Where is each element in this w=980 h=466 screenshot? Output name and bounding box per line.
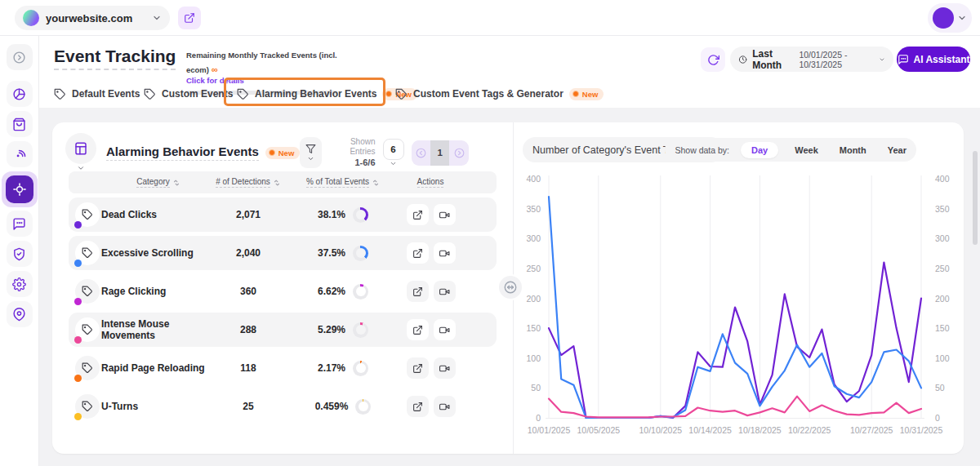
ai-assistant-label: AI Assistant	[914, 54, 970, 65]
sidebar-item-commerce[interactable]	[7, 111, 33, 137]
tab-label: Custom Events	[162, 88, 233, 100]
table-row[interactable]: Dead Clicks 2,071 38.1%	[69, 197, 497, 232]
tab-custom-events[interactable]: Custom Events	[144, 81, 233, 107]
granularity-month[interactable]: Month	[835, 142, 871, 158]
column-category[interactable]: Category	[101, 177, 216, 188]
sort-icon	[273, 179, 281, 187]
watch-recordings-button[interactable]	[434, 396, 456, 417]
watch-recordings-button[interactable]	[434, 319, 456, 340]
open-detections-button[interactable]	[407, 319, 429, 340]
table-header: Alarming Behavior Events New Shown Entri…	[65, 132, 500, 173]
tag-icon	[54, 88, 66, 100]
avatar	[933, 7, 954, 29]
tab-custom-event-tags-generator[interactable]: Custom Event Tags & Generator New	[395, 81, 604, 107]
sidebar-item-feedback[interactable]	[7, 211, 33, 237]
granularity-day[interactable]: Day	[741, 142, 778, 158]
x-tick: 10/14/2025	[688, 425, 732, 435]
chat-icon	[898, 54, 909, 65]
sidebar-item-analytics[interactable]	[7, 81, 33, 107]
detections-count: 118	[216, 362, 281, 374]
tag-icon	[395, 88, 408, 100]
external-link-icon	[412, 325, 423, 335]
infinity-icon: ∞	[212, 64, 218, 74]
category-name: Rapid Page Reloading	[101, 362, 216, 374]
category-color-dot	[74, 336, 82, 344]
watch-recordings-button[interactable]	[434, 204, 456, 225]
line-chart: 0050501001001501502002002502503003003503…	[513, 167, 964, 445]
category-name: U-Turns	[101, 401, 216, 412]
account-menu[interactable]	[928, 3, 972, 33]
percent-donut	[353, 246, 368, 261]
column-actions: Actions	[405, 177, 456, 188]
percent-donut	[355, 399, 371, 415]
next-page-button[interactable]	[449, 140, 469, 166]
table-row[interactable]: Rage Clicking 360 6.62%	[69, 274, 497, 308]
show-data-by-label: Show data by:	[675, 145, 729, 155]
x-tick: 10/10/2025	[639, 425, 683, 435]
open-detections-button[interactable]	[407, 357, 429, 379]
tab-default-events[interactable]: Default Events	[54, 81, 140, 107]
video-icon	[439, 325, 450, 335]
sidebar-item-panel-toggle[interactable]	[7, 44, 33, 70]
column-detections[interactable]: # of Detections	[216, 177, 281, 188]
column-percent[interactable]: % of Total Events	[281, 177, 405, 188]
refresh-button[interactable]	[701, 47, 725, 72]
alarming-events-table-panel: Alarming Behavior Events New Shown Entri…	[52, 122, 513, 454]
table-column-headers: Category # of Detections % of Total Even…	[69, 171, 497, 193]
shown-entries-label: Shown Entries	[329, 137, 376, 158]
sidebar-item-visitors[interactable]	[7, 301, 33, 327]
category-color-dot	[74, 298, 82, 305]
prev-page-button[interactable]	[412, 140, 431, 166]
video-icon	[439, 248, 450, 259]
open-detections-button[interactable]	[407, 281, 429, 302]
percent-donut	[353, 322, 368, 338]
page-size-select[interactable]: 6	[383, 139, 404, 167]
category-name: Rage Clicking	[101, 286, 216, 297]
current-page[interactable]: 1	[430, 140, 449, 166]
table-view-selector[interactable]	[65, 133, 96, 172]
sidebar-item-signals[interactable]	[7, 141, 33, 167]
filter-button[interactable]	[300, 137, 321, 168]
granularity-year[interactable]: Year	[883, 142, 911, 158]
watch-recordings-button[interactable]	[434, 242, 456, 264]
y-tick-left: 150	[526, 323, 541, 333]
video-icon	[439, 363, 450, 374]
watch-recordings-button[interactable]	[434, 281, 456, 302]
open-detections-button[interactable]	[407, 396, 429, 417]
y-tick-left: 300	[526, 233, 541, 243]
y-tick-right: 300	[935, 233, 950, 243]
open-detections-button[interactable]	[407, 242, 429, 264]
open-detections-button[interactable]	[407, 204, 429, 225]
badge-dot-icon	[269, 149, 275, 156]
date-range-picker[interactable]: Last Month 10/01/2025 - 10/31/2025	[730, 47, 893, 72]
location-icon	[12, 308, 26, 322]
sidebar-item-privacy[interactable]	[7, 241, 33, 267]
open-site-button[interactable]	[178, 7, 201, 29]
y-tick-left: 100	[526, 353, 541, 363]
table-row[interactable]: Excessive Scrolling 2,040 37.5%	[69, 236, 497, 270]
chart-line-intense-mouse-movements	[549, 397, 921, 418]
table-row[interactable]: Intense Mouse Movements 288 5.29%	[69, 313, 497, 347]
video-icon	[439, 402, 450, 412]
panel-resize-button[interactable]	[497, 274, 523, 300]
top-bar: yourwebsite.com	[0, 0, 980, 36]
tab-alarming-behavior-events[interactable]: Alarming Behavior Events New	[237, 81, 417, 107]
tab-label: Default Events	[72, 88, 140, 100]
sort-icon	[372, 179, 380, 187]
table-icon	[65, 133, 96, 164]
category-name: Intense Mouse Movements	[101, 318, 216, 341]
sidebar-item-events-active[interactable]	[2, 171, 38, 207]
table-row[interactable]: Rapid Page Reloading 118 2.17%	[69, 351, 497, 385]
scrollbar[interactable]	[973, 151, 978, 245]
ai-assistant-button[interactable]: AI Assistant	[897, 47, 970, 72]
target-icon	[6, 175, 33, 203]
table-title: Alarming Behavior Events	[106, 144, 259, 161]
watch-recordings-button[interactable]	[434, 357, 456, 379]
site-selector[interactable]: yourwebsite.com	[15, 6, 170, 30]
detections-count: 360	[216, 286, 281, 297]
sidebar-item-settings[interactable]	[7, 271, 33, 297]
granularity-week[interactable]: Week	[790, 142, 823, 158]
detections-count: 288	[216, 324, 281, 335]
table-row[interactable]: U-Turns 25 0.459%	[69, 389, 497, 424]
y-tick-right: 250	[935, 264, 950, 273]
